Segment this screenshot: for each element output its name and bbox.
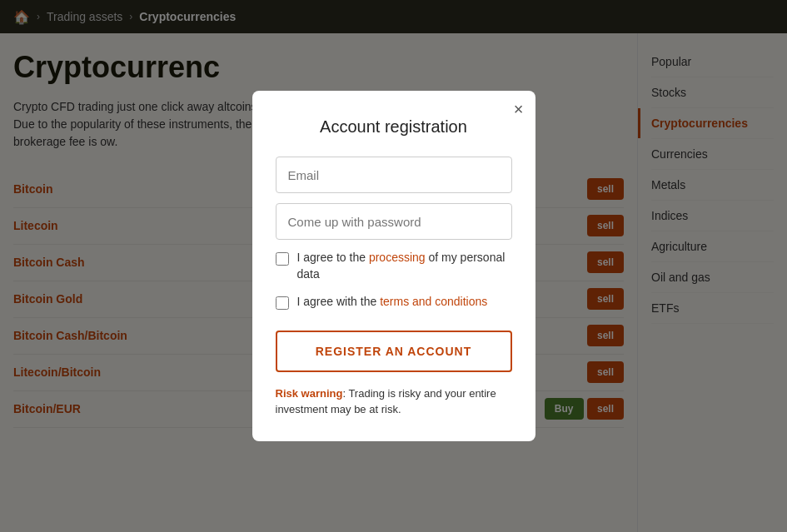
register-button[interactable]: REGISTER AN ACCOUNT [276,331,512,372]
registration-modal: × Account registration I agree to the pr… [252,91,535,441]
checkbox-row-2: I agree with the terms and conditions [276,294,512,311]
risk-warning-label: Risk warning [276,387,343,400]
checkbox-processing[interactable] [276,252,289,266]
checkbox-1-label: I agree to the processing of my personal… [297,250,512,282]
modal-overlay: × Account registration I agree to the pr… [0,0,787,532]
checkbox-terms[interactable] [276,296,289,310]
checkbox-2-label: I agree with the terms and conditions [297,294,488,311]
risk-warning: Risk warning: Trading is risky and your … [276,385,512,418]
close-button[interactable]: × [514,101,524,117]
checkbox-row-1: I agree to the processing of my personal… [276,250,512,282]
terms-link[interactable]: terms and conditions [380,295,487,308]
email-field[interactable] [276,157,512,193]
processing-link[interactable]: processing [369,251,426,264]
modal-title: Account registration [276,117,512,137]
password-field[interactable] [276,203,512,240]
